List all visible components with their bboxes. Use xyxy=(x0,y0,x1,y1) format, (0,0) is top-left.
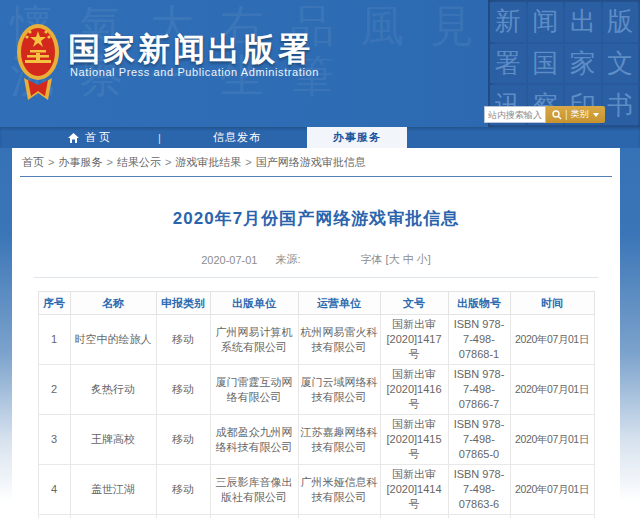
breadcrumb-link[interactable]: 办事服务 xyxy=(58,156,102,168)
cell-game-name: 王牌高校 xyxy=(70,415,156,465)
cell-game-name: 盖世江湖 xyxy=(70,465,156,515)
font-size-switcher[interactable]: 字体 [大 中 小] xyxy=(361,252,431,267)
content-area: 首页>办事服务>结果公示>游戏审批结果>国产网络游戏审批信息 2020年7月份国… xyxy=(12,148,620,518)
cell-index: 3 xyxy=(38,415,70,465)
meta-divider xyxy=(34,277,598,278)
seal-tile-char: 新 xyxy=(490,2,526,42)
table-header-cell: 序号 xyxy=(38,292,70,315)
nav-home-label: 首 页 xyxy=(85,130,110,145)
cell-doc-number: 国新出审[2020]1416号 xyxy=(380,365,448,415)
site-header: 懷氣大右品風見流察一坐筆 新闻出版署国家文讯察印书 国家新闻出版署 Nation… xyxy=(0,0,640,127)
table-header-cell: 出版单位 xyxy=(210,292,298,315)
breadcrumb-separator: > xyxy=(106,156,112,168)
cell-isbn: ISBN 978-7-498-07866-7 xyxy=(448,365,510,415)
table-row: 3 王牌高校 移动 成都盈众九州网络科技有限公司 江苏嘉趣网络科技有限公司 国新… xyxy=(38,415,594,465)
cell-category: 移动 xyxy=(156,365,210,415)
page-title: 2020年7月份国产网络游戏审批信息 xyxy=(12,207,620,230)
cell-isbn: ISBN 978-7-498-07863-6 xyxy=(448,465,510,515)
table-header-cell: 运营单位 xyxy=(298,292,380,315)
seal-tile-char: 闻 xyxy=(528,2,564,42)
cell-doc-number: 国新出审[2020]1417号 xyxy=(380,315,448,365)
site-subtitle: National Press and Publication Administr… xyxy=(70,66,319,78)
cell-category: 移动 xyxy=(156,515,210,518)
cell-isbn: ISBN 978-7-498-07862-9 xyxy=(448,515,510,518)
breadcrumb-separator: > xyxy=(165,156,171,168)
breadcrumb-separator: > xyxy=(245,156,251,168)
seal-tile-char: 版 xyxy=(603,2,639,42)
seal-tile-char: 国 xyxy=(528,44,564,84)
cell-publisher: 北京畅元国讯科技有限公司 xyxy=(210,515,298,518)
breadcrumb-separator: > xyxy=(48,156,54,168)
cell-operator: 厦门云域网络科技有限公司 xyxy=(298,365,380,415)
cell-publisher: 三辰影库音像出版社有限公司 xyxy=(210,465,298,515)
cell-index: 5 xyxy=(38,515,70,518)
cell-operator: 杭州网易雷火科技有限公司 xyxy=(298,315,380,365)
cell-doc-number: 国新出审[2020]1415号 xyxy=(380,415,448,465)
cell-index: 4 xyxy=(38,465,70,515)
cell-game-name: 时空中的绘旅人 xyxy=(70,315,156,365)
watermark-char: 見 xyxy=(430,4,474,48)
table-header-cell: 申报类别 xyxy=(156,292,210,315)
cell-date: 2020年07月01日 xyxy=(510,315,594,365)
table-row: 5 灵猫传 移动 北京畅元国讯科技有限公司 深圳市游梦初心文化网络有限公司 国新… xyxy=(38,515,594,518)
cell-index: 1 xyxy=(38,315,70,365)
cell-publisher: 成都盈众九州网络科技有限公司 xyxy=(210,415,298,465)
nav-item-info[interactable]: 信息发布 xyxy=(213,130,261,145)
approval-table: 序号名称申报类别出版单位运营单位文号出版物号时间 1 时空中的绘旅人 移动 广州… xyxy=(38,291,595,518)
national-emblem-icon xyxy=(16,22,60,102)
page: 懷氣大右品風見流察一坐筆 新闻出版署国家文讯察印书 国家新闻出版署 Nation… xyxy=(0,0,640,518)
nav-item-home[interactable]: 首 页 xyxy=(68,130,110,145)
breadcrumb-link[interactable]: 国产网络游戏审批信息 xyxy=(256,156,366,168)
cell-publisher: 厦门雷霆互动网络有限公司 xyxy=(210,365,298,415)
table-header-cell: 名称 xyxy=(70,292,156,315)
article-date: 2020-07-01 xyxy=(201,254,257,266)
cell-game-name: 炙热行动 xyxy=(70,365,156,415)
cell-operator: 江苏嘉趣网络科技有限公司 xyxy=(298,415,380,465)
breadcrumb-link[interactable]: 首页 xyxy=(22,156,44,168)
cell-game-name: 灵猫传 xyxy=(70,515,156,518)
watermark-char: 風 xyxy=(360,4,404,48)
breadcrumb-link[interactable]: 游戏审批结果 xyxy=(175,156,241,168)
cell-doc-number: 国新出审[2020]1414号 xyxy=(380,465,448,515)
cell-date: 2020年07月01日 xyxy=(510,465,594,515)
cell-operator: 深圳市游梦初心文化网络有限公司 xyxy=(298,515,380,518)
cell-index: 2 xyxy=(38,365,70,415)
seal-tile-char: 家 xyxy=(565,44,601,84)
breadcrumb: 首页>办事服务>结果公示>游戏审批结果>国产网络游戏审批信息 xyxy=(20,148,612,177)
chevron-down-icon xyxy=(593,113,599,117)
site-search: | 类别 xyxy=(484,106,605,123)
cell-date: 2020年07月01日 xyxy=(510,515,594,518)
article-source-label: 来源: xyxy=(275,252,300,267)
home-icon xyxy=(68,133,79,143)
search-button[interactable]: | 类别 xyxy=(546,106,605,123)
cell-category: 移动 xyxy=(156,465,210,515)
cell-date: 2020年07月01日 xyxy=(510,415,594,465)
cell-publisher: 广州网易计算机系统有限公司 xyxy=(210,315,298,365)
cell-date: 2020年07月01日 xyxy=(510,365,594,415)
table-header-cell: 时间 xyxy=(510,292,594,315)
seal-tile-char: 署 xyxy=(490,44,526,84)
breadcrumb-link[interactable]: 结果公示 xyxy=(117,156,161,168)
cell-category: 移动 xyxy=(156,315,210,365)
seal-tile-char: 出 xyxy=(565,2,601,42)
cell-isbn: ISBN 978-7-498-07865-0 xyxy=(448,415,510,465)
nav-item-service-active[interactable]: 办事服务 xyxy=(307,127,407,148)
cell-category: 移动 xyxy=(156,415,210,465)
search-category-label[interactable]: 类别 xyxy=(571,108,589,121)
search-input[interactable] xyxy=(484,106,546,123)
nav-divider: | xyxy=(158,132,161,144)
table-row: 1 时空中的绘旅人 移动 广州网易计算机系统有限公司 杭州网易雷火科技有限公司 … xyxy=(38,315,594,365)
cell-isbn: ISBN 978-7-498-07868-1 xyxy=(448,315,510,365)
table-header-cell: 出版物号 xyxy=(448,292,510,315)
table-row: 2 炙热行动 移动 厦门雷霆互动网络有限公司 厦门云域网络科技有限公司 国新出审… xyxy=(38,365,594,415)
table-row: 4 盖世江湖 移动 三辰影库音像出版社有限公司 广州米娅信息科技有限公司 国新出… xyxy=(38,465,594,515)
search-divider: | xyxy=(565,110,568,120)
main-nav: 首 页 | 信息发布 办事服务 xyxy=(0,127,640,148)
search-icon xyxy=(552,110,562,120)
article-meta: 2020-07-01 来源: 字体 [大 中 小] xyxy=(12,252,620,267)
table-header-cell: 文号 xyxy=(380,292,448,315)
table-header-row: 序号名称申报类别出版单位运营单位文号出版物号时间 xyxy=(38,292,594,315)
seal-tile-char: 文 xyxy=(603,44,639,84)
seal-tile-char: 书 xyxy=(603,85,639,125)
cell-operator: 广州米娅信息科技有限公司 xyxy=(298,465,380,515)
